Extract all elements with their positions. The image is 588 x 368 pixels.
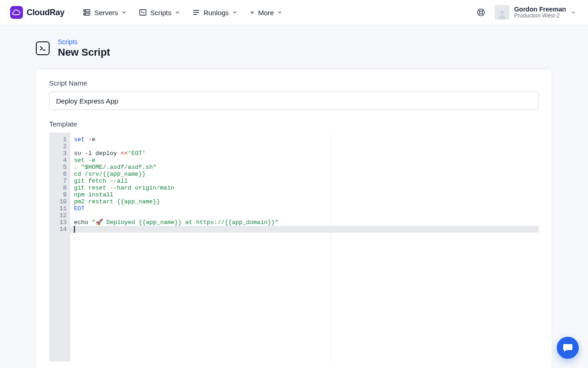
more-icon	[249, 10, 255, 15]
svg-point-9	[251, 12, 253, 13]
nav-right: Gordon Freeman Production-West-2	[476, 3, 578, 22]
nav-item-servers[interactable]: Servers	[78, 6, 131, 19]
scripts-icon	[139, 8, 147, 17]
gutter-line-number: 12	[49, 212, 67, 219]
svg-line-13	[482, 13, 484, 15]
gutter-line-number: 10	[49, 198, 67, 205]
svg-point-16	[500, 11, 504, 14]
template-label: Template	[49, 120, 539, 128]
code-line[interactable]	[74, 212, 539, 219]
code-line[interactable]: cd /srv/{{app_name}}	[74, 171, 539, 178]
brand-name: CloudRay	[27, 8, 64, 17]
title-text: Scripts New Script	[58, 38, 110, 58]
svg-line-12	[479, 10, 480, 12]
user-menu[interactable]: Gordon Freeman Production-West-2	[493, 3, 578, 22]
server-icon	[83, 8, 91, 17]
svg-line-15	[479, 13, 480, 15]
nav-item-scripts[interactable]: Scripts	[134, 6, 185, 19]
code-line[interactable]: npm install	[74, 191, 539, 198]
page-heading: New Script	[58, 46, 110, 58]
svg-point-3	[85, 14, 85, 14]
code-line[interactable]	[74, 226, 539, 233]
editor-code-area[interactable]: set -esu -l deploy <<'EOT'set -e. "$HOME…	[70, 132, 539, 362]
nav-label: Runlogs	[204, 9, 229, 17]
gutter-line-number: 8	[49, 184, 67, 191]
gutter-line-number: 1	[49, 136, 67, 143]
code-line[interactable]: . "$HOME/.asdf/asdf.sh"	[74, 164, 539, 171]
gutter-line-number: 13	[49, 219, 67, 226]
brand[interactable]: CloudRay	[10, 6, 64, 19]
editor-gutter: 1234567891011121314	[49, 132, 70, 362]
user-text: Gordon Freeman Production-West-2	[514, 6, 566, 19]
brand-logo-icon	[10, 6, 23, 19]
svg-point-2	[85, 11, 85, 11]
gutter-line-number: 3	[49, 150, 67, 157]
chat-icon	[562, 342, 573, 353]
runlogs-icon	[192, 8, 200, 17]
chevron-down-icon	[121, 10, 127, 15]
user-project: Production-West-2	[514, 13, 566, 19]
terminal-icon	[36, 41, 50, 55]
user-name: Gordon Freeman	[514, 6, 566, 13]
nav-items: Servers Scripts Runlogs	[78, 6, 287, 19]
chevron-down-icon	[277, 10, 283, 15]
gutter-line-number: 4	[49, 157, 67, 164]
page: Scripts New Script Script Name Template …	[0, 25, 588, 368]
page-title-block: Scripts New Script	[36, 38, 552, 58]
chat-launcher[interactable]	[557, 337, 579, 359]
nav-label: Scripts	[150, 9, 171, 17]
code-line[interactable]	[74, 143, 539, 150]
help-icon[interactable]	[476, 8, 486, 17]
code-line[interactable]: git reset --hard origin/main	[74, 184, 539, 191]
chevron-down-icon	[232, 10, 237, 15]
editor-cursor	[74, 226, 75, 233]
script-name-label: Script Name	[49, 79, 539, 87]
nav-item-more[interactable]: More	[245, 6, 287, 19]
code-line[interactable]: su -l deploy <<'EOT'	[74, 150, 539, 157]
breadcrumb-scripts[interactable]: Scripts	[58, 38, 110, 46]
code-line[interactable]: pm2 restart {{app_name}}	[74, 198, 539, 205]
gutter-line-number: 7	[49, 178, 67, 184]
script-name-input[interactable]	[49, 92, 539, 110]
gutter-line-number: 5	[49, 164, 67, 171]
svg-line-14	[482, 10, 484, 12]
code-line[interactable]: git fetch --all	[74, 178, 539, 184]
gutter-line-number: 2	[49, 143, 67, 150]
gutter-line-number: 14	[49, 226, 67, 233]
code-line[interactable]: EOT	[74, 205, 539, 212]
gutter-line-number: 6	[49, 171, 67, 178]
gutter-line-number: 11	[49, 205, 67, 212]
form-card: Script Name Template 1234567891011121314…	[36, 69, 552, 368]
code-line[interactable]: set -e	[74, 157, 539, 164]
chevron-down-icon	[571, 10, 576, 15]
code-editor[interactable]: 1234567891011121314 set -esu -l deploy <…	[49, 132, 539, 362]
nav-label: Servers	[94, 9, 118, 17]
navbar: CloudRay Servers Scripts Runlogs	[0, 0, 588, 25]
code-line[interactable]: set -e	[74, 136, 539, 143]
nav-label: More	[258, 9, 274, 17]
nav-item-runlogs[interactable]: Runlogs	[187, 6, 242, 19]
gutter-line-number: 9	[49, 191, 67, 198]
chevron-down-icon	[175, 10, 180, 15]
avatar	[495, 5, 509, 20]
svg-rect-4	[140, 10, 146, 15]
code-line[interactable]: echo "🚀 Deployed {{app_name}} at https:/…	[74, 219, 539, 226]
